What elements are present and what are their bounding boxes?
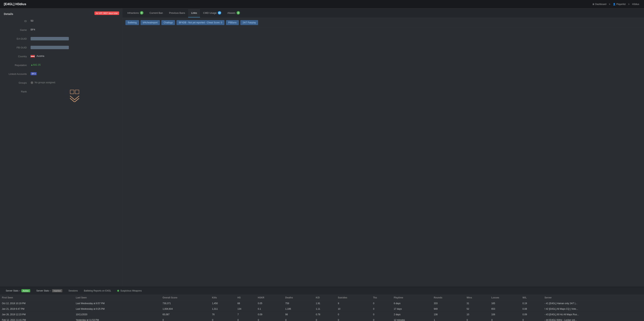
table-cell: 0 (371, 312, 392, 317)
col-kills: Kills (210, 295, 236, 301)
table-cell: 0.78 (314, 312, 336, 317)
table-cell: 68 (236, 301, 256, 306)
top-header: [E4GL] H3dius 🖥 Dashboard > 👤 Playerlist… (0, 0, 644, 9)
tab-server-stats-inactive[interactable]: Server Stats – Inactive (34, 287, 65, 294)
table-cell: 52 (465, 306, 489, 312)
tab-aliases[interactable]: Aliases 0 (224, 9, 243, 18)
rank-square-right (75, 90, 79, 94)
main-content: Details 4x VIP: 9657 days total ID 50 Ga… (0, 9, 644, 286)
btn-bf4cheatreport[interactable]: bf4cheatreport (140, 20, 160, 25)
tab-infractions-badge: 0 (140, 11, 144, 15)
value-id: 50 (30, 19, 118, 22)
badge-inactive: Inactive (52, 289, 62, 292)
col-last-seen: Last Seen (74, 295, 160, 301)
tab-links-label: Links (191, 12, 197, 14)
table-cell: 10 (465, 312, 489, 317)
table-cell: 7 (236, 312, 256, 317)
breadcrumb-current: H3dius (632, 3, 639, 6)
table-cell: 0.05 (256, 301, 284, 306)
tab-content-links (122, 28, 644, 286)
value-game: BF4 (30, 28, 118, 31)
table-cell: 1.11 (314, 306, 336, 312)
tab-cmd-usage[interactable]: CMD Usage 68 (200, 9, 224, 18)
tab-suspicious-weapons[interactable]: Suspicious Weapons (114, 287, 144, 294)
table-row: Jan 21, 2019 6:47 PMLast Wednesday at 9:… (0, 306, 644, 312)
table-cell: - #1 [E4GL] Hainan only 24/7 |... (543, 301, 644, 306)
linked-badge[interactable]: BF3 (30, 72, 37, 75)
table-cell: 0 (465, 317, 489, 321)
tab-links[interactable]: Links (188, 9, 200, 18)
label-eaguid: EA GUID (4, 37, 30, 40)
flag-icon (30, 55, 35, 58)
table-cell: 1.91 (314, 301, 336, 306)
pb-guid-blurred (30, 46, 69, 49)
col-wl: W/L (521, 295, 543, 301)
label-groups: Groups (4, 81, 30, 84)
breadcrumb-playerlist[interactable]: 👤 Playerlist (613, 3, 626, 6)
tab-current-ban-label: Current Ban (150, 12, 163, 14)
rank-icon (30, 90, 118, 102)
table-cell: 0 (489, 317, 520, 321)
stats-table-container: First Seen Last Seen Overall Score Kills… (0, 295, 644, 321)
col-deaths: Deaths (284, 295, 314, 301)
table-cell: - #4 [E4GL] 60Hz - Locker onl... (543, 317, 644, 321)
table-cell: 0 (314, 317, 336, 321)
table-cell: 0 (336, 317, 371, 321)
table-cell: 2 days (392, 312, 432, 317)
links-bar: Battlelog bf4cheatreport Chatlogs BF4DB … (122, 18, 644, 28)
btn-pbbans[interactable]: PBBans (226, 20, 239, 25)
rank-square-left (70, 90, 74, 94)
tab-previous-bans[interactable]: Previous Bans (166, 9, 188, 18)
detail-row-eaguid: EA GUID (4, 37, 118, 42)
ea-guid-blurred (30, 37, 69, 40)
details-panel: Details 4x VIP: 9657 days total ID 50 Ga… (0, 9, 122, 286)
breadcrumb-dashboard[interactable]: 🖥 Dashboard (592, 3, 606, 6)
col-losses: Losses (489, 295, 520, 301)
tab-infractions[interactable]: Infractions 0 (124, 9, 146, 18)
table-cell: 0 (236, 317, 256, 321)
tab-battlelog-reports[interactable]: Battlelog Reports on E4GL (81, 287, 114, 294)
table-cell: Last Wednesday at 9:25 PM (74, 306, 160, 312)
table-cell: Jan 26, 2019 12:23 PM (0, 312, 74, 317)
table-cell: 6 days (392, 301, 432, 306)
tab-server-stats-active-label: Server Stats – (6, 289, 20, 292)
tab-server-stats-active[interactable]: Server Stats – Active (3, 287, 33, 294)
right-panel: Infractions 0 Current Ban Previous Bans … (122, 9, 644, 286)
tab-battlelog-reports-label: Battlelog Reports on E4GL (84, 289, 111, 292)
detail-row-game: Game BF4 (4, 28, 118, 33)
table-cell: - #3 [E4GL] 60 Hz All Maps Rus... (543, 312, 644, 317)
bottom-section: Server Stats – Active Server Stats – Ina… (0, 286, 644, 321)
rank-chevron-svg (69, 94, 80, 102)
btn-fairplay[interactable]: 24/7 Fairplay (240, 20, 258, 25)
label-pbguid: PB GUID (4, 46, 30, 49)
table-cell: 165 (489, 301, 520, 306)
breadcrumb: 🖥 Dashboard > 👤 Playerlist > H3dius (591, 3, 640, 6)
value-rank (30, 90, 118, 102)
tab-sessions[interactable]: Sessions (66, 287, 80, 294)
value-eaguid (30, 37, 118, 40)
btn-battlelog[interactable]: Battlelog (126, 20, 139, 25)
table-cell: 76 (210, 312, 236, 317)
tab-server-stats-inactive-label: Server Stats – (36, 289, 51, 292)
table-cell: 0 (371, 306, 392, 312)
table-cell: 0.09 (521, 312, 543, 317)
btn-bf4db[interactable]: BF4DB - Not yet reported - Cheat Score: … (176, 20, 224, 25)
col-hskr: HSKR (256, 295, 284, 301)
tab-sessions-label: Sessions (68, 289, 78, 292)
table-header-row: First Seen Last Seen Overall Score Kills… (0, 295, 644, 301)
col-first-seen: First Seen (0, 295, 74, 301)
table-cell: 138 (432, 312, 465, 317)
tab-suspicious-weapons-label: Suspicious Weapons (120, 289, 142, 292)
table-row: Jan 26, 2019 12:23 PM10/11/202065,087767… (0, 312, 644, 317)
table-cell: 0 (371, 301, 392, 306)
table-cell: 0 (336, 312, 371, 317)
stats-table-body: Oct 12, 2018 10:19 PMLast Wednesday at 8… (0, 301, 644, 321)
table-cell: 12 minutes (392, 317, 432, 321)
btn-chatlogs[interactable]: Chatlogs (162, 20, 175, 25)
info-icon: i (30, 81, 33, 84)
table-cell: 653 (489, 306, 520, 312)
col-kd: K/D (314, 295, 336, 301)
value-reputation: ▲682.35 (30, 63, 118, 66)
table-cell: 0.09 (256, 312, 284, 317)
tab-current-ban[interactable]: Current Ban (146, 9, 166, 18)
